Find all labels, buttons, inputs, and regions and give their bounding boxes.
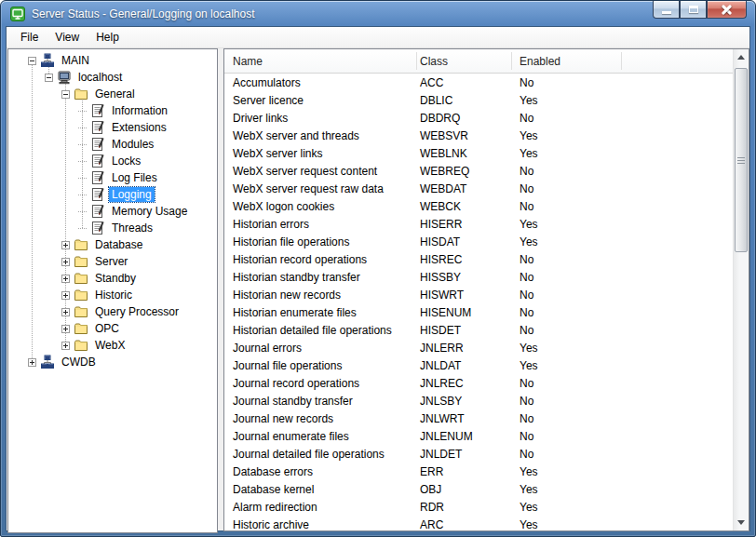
table-row[interactable]: Database errorsERRYes	[224, 463, 733, 480]
menu-item-file[interactable]: File	[12, 28, 47, 47]
tree-item-general[interactable]: General	[9, 86, 216, 102]
table-row[interactable]: Journal enumerate filesJNLENUMNo	[224, 427, 733, 445]
collapse-toggle[interactable]	[28, 57, 36, 65]
close-button[interactable]	[707, 1, 747, 19]
tree-item-label[interactable]: Extensions	[109, 120, 169, 135]
tree-connector	[78, 228, 87, 229]
table-row[interactable]: Historian record operationsHISRECNo	[224, 250, 733, 268]
expand-toggle[interactable]	[61, 241, 70, 249]
scrollbar-track[interactable]	[734, 65, 749, 515]
expand-toggle[interactable]	[28, 358, 36, 367]
tree-item-main[interactable]: MAIN	[9, 52, 216, 69]
tree-item-webx[interactable]: WebX	[9, 337, 216, 354]
table-row[interactable]: WebX server linksWEBLNKYes	[224, 144, 733, 162]
column-separator[interactable]	[416, 52, 417, 70]
tree-item-logging[interactable]: Logging	[9, 186, 216, 203]
column-header-name[interactable]: Name	[233, 55, 420, 68]
tree-item-label[interactable]: CWDB	[59, 355, 99, 369]
expand-toggle[interactable]	[61, 258, 70, 266]
tree-item-information[interactable]: Information	[9, 102, 216, 119]
table-row[interactable]: Historian errorsHISERRYes	[224, 215, 733, 233]
tree-item-query-processor[interactable]: Query Processor	[9, 303, 216, 320]
vertical-scrollbar[interactable]	[733, 49, 749, 530]
tree-item-label[interactable]: Locks	[109, 154, 143, 168]
network-icon	[40, 53, 55, 68]
table-row[interactable]: Server licenceDBLICYes	[224, 91, 733, 109]
maximize-button[interactable]	[680, 1, 707, 19]
table-row[interactable]: Historian enumerate filesHISENUMNo	[224, 303, 733, 321]
minimize-button[interactable]	[653, 1, 680, 19]
tree-item-modules[interactable]: Modules	[9, 136, 216, 153]
tree-item-label[interactable]: Logging	[109, 187, 155, 202]
column-header-enabled[interactable]: Enabled	[520, 55, 733, 68]
tree-item-label[interactable]: WebX	[92, 338, 128, 353]
tree-item-cwdb[interactable]: CWDB	[9, 354, 216, 370]
table-row[interactable]: WebX server and threadsWEBSVRYes	[224, 127, 733, 144]
table-row[interactable]: Journal new recordsJNLWRTNo	[224, 409, 733, 427]
table-row[interactable]: Historian detailed file operationsHISDET…	[224, 321, 733, 339]
tree-item-threads[interactable]: Threads	[9, 220, 216, 236]
tree-item-label[interactable]: Threads	[109, 221, 155, 235]
table-row[interactable]: Database kernelOBJYes	[224, 480, 733, 498]
column-header-class[interactable]: Class	[420, 55, 520, 68]
column-separator[interactable]	[621, 52, 622, 70]
table-row[interactable]: Journal errorsJNLERRYes	[224, 339, 733, 356]
tree-item-label[interactable]: Database	[92, 237, 145, 252]
expand-toggle[interactable]	[61, 325, 70, 333]
tree-item-label[interactable]: Historic	[92, 288, 135, 302]
menu-item-help[interactable]: Help	[88, 28, 128, 47]
table-row[interactable]: Historian new recordsHISWRTNo	[224, 286, 733, 303]
tree-item-locks[interactable]: Locks	[9, 153, 216, 169]
table-row[interactable]: Journal detailed file operationsJNLDETNo	[224, 445, 733, 463]
table-row[interactable]: Journal standby transferJNLSBYNo	[224, 392, 733, 409]
table-row[interactable]: AccumulatorsACCNo	[224, 74, 733, 91]
cell-class: JNLWRT	[420, 412, 520, 425]
cell-enabled: Yes	[520, 483, 733, 496]
tree-item-database[interactable]: Database	[9, 236, 216, 253]
menu-item-view[interactable]: View	[47, 28, 88, 47]
scroll-down-button[interactable]	[734, 515, 749, 530]
tree-item-label[interactable]: Query Processor	[92, 304, 182, 319]
table-row[interactable]: Journal record operationsJNLRECNo	[224, 374, 733, 392]
tree-item-label[interactable]: Memory Usage	[109, 204, 190, 219]
folder-icon	[74, 237, 88, 252]
expand-toggle[interactable]	[61, 291, 70, 300]
tree-item-standby[interactable]: Standby	[9, 270, 216, 287]
table-row[interactable]: WebX server request contentWEBREQNo	[224, 162, 733, 180]
tree-item-label[interactable]: Standby	[92, 271, 139, 286]
collapse-toggle[interactable]	[61, 90, 70, 99]
title-bar[interactable]: Server Status - General/Logging on local…	[1, 1, 755, 27]
column-separator[interactable]	[511, 52, 512, 70]
scroll-up-button[interactable]	[734, 49, 749, 65]
table-row[interactable]: Driver linksDBDRQNo	[224, 109, 733, 127]
expand-toggle[interactable]	[61, 308, 70, 316]
tree-item-localhost[interactable]: localhost	[9, 69, 216, 86]
collapse-toggle[interactable]	[45, 74, 53, 82]
tree-item-label[interactable]: Server	[92, 254, 130, 269]
tree-item-label[interactable]: OPC	[92, 321, 122, 336]
table-row[interactable]: Journal file operationsJNLDATYes	[224, 356, 733, 374]
table-row[interactable]: Historian file operationsHISDATYes	[224, 233, 733, 250]
expand-toggle[interactable]	[61, 342, 70, 350]
tree-item-label[interactable]: Modules	[109, 137, 156, 152]
cell-class: JNLREC	[420, 377, 520, 390]
tree-item-server[interactable]: Server	[9, 253, 216, 270]
scrollbar-thumb[interactable]	[735, 68, 748, 252]
tree-item-label[interactable]: MAIN	[59, 53, 92, 68]
tree-item-historic[interactable]: Historic	[9, 287, 216, 303]
table-row[interactable]: WebX server request raw dataWEBDATNo	[224, 180, 733, 197]
table-row[interactable]: Historic archiveARCYes	[224, 516, 733, 530]
tree-item-opc[interactable]: OPC	[9, 320, 216, 337]
tree-item-label[interactable]: Information	[109, 103, 170, 118]
tree-item-label[interactable]: Log Files	[109, 170, 160, 185]
table-row[interactable]: Historian standby transferHISSBYNo	[224, 268, 733, 286]
tree-item-log-files[interactable]: Log Files	[9, 169, 216, 186]
tree-item-extensions[interactable]: Extensions	[9, 119, 216, 136]
table-row[interactable]: WebX logon cookiesWEBCKNo	[224, 197, 733, 215]
tree-item-label[interactable]: localhost	[75, 70, 125, 85]
expand-toggle[interactable]	[61, 275, 70, 283]
report-icon	[90, 187, 105, 202]
table-row[interactable]: Alarm redirectionRDRYes	[224, 498, 733, 516]
tree-item-label[interactable]: General	[92, 87, 138, 101]
tree-item-memory-usage[interactable]: Memory Usage	[9, 203, 216, 220]
